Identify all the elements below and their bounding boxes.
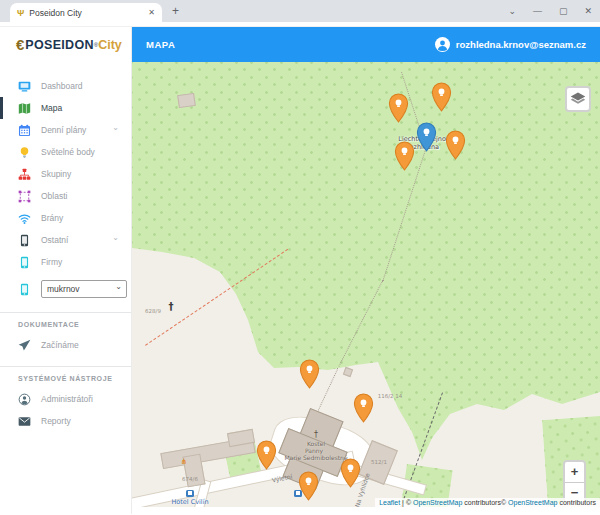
map-label-num: 512/1 xyxy=(371,459,387,465)
sidebar-divider xyxy=(0,366,131,367)
sidebar-divider xyxy=(0,312,131,313)
hotel-icon xyxy=(186,490,194,497)
monitor-icon xyxy=(18,80,31,93)
map-label-num: 628/9 xyxy=(145,308,161,314)
sidebar-item-label: Světelné body xyxy=(41,147,95,157)
tablet-icon xyxy=(18,256,31,269)
map-marker-light-point[interactable] xyxy=(445,130,466,160)
map-attribution: Leaflet | © OpenStreetMap contributors© … xyxy=(375,498,600,507)
company-select-row: mukrnov ⌄ xyxy=(0,276,131,302)
map-marker-light-point[interactable] xyxy=(256,440,277,470)
sidebar-item-administratori[interactable]: Administrátoři xyxy=(0,388,131,410)
topbar: MAPA rozhledna.krnov@seznam.cz xyxy=(132,27,600,62)
sidebar-item-denni-plany[interactable]: Denní plány⌄ xyxy=(0,119,131,141)
lightbulb-icon xyxy=(18,146,31,159)
sidebar-item-label: Brány xyxy=(41,213,63,223)
map-marker-light-point[interactable] xyxy=(299,359,320,389)
sidebar-item-mapa[interactable]: Mapa xyxy=(0,97,131,119)
browser-tab[interactable]: Ψ Poseidon City ✕ xyxy=(10,3,162,22)
sidebar-item-oblasti[interactable]: Oblasti xyxy=(0,185,131,207)
map-canvas[interactable]: Liechtenštejnovarozhledna†628/9116/2 14†… xyxy=(132,62,600,507)
logo-mark-icon: € xyxy=(16,36,24,53)
map-marker-light-point[interactable] xyxy=(298,471,319,501)
user-icon xyxy=(18,393,31,406)
sidebar-item-dashboard[interactable]: Dashboard xyxy=(0,75,131,97)
window-controls: ⌄ — ▢ ✕ xyxy=(508,0,592,22)
contributors-text: contributors xyxy=(557,499,596,506)
user-menu[interactable]: rozhledna.krnov@seznam.cz xyxy=(435,37,586,52)
envelope-icon xyxy=(18,415,31,428)
sidebar-item-ostatni[interactable]: Ostatní⌄ xyxy=(0,229,131,251)
map-marker-light-point[interactable] xyxy=(394,141,415,171)
osm-link[interactable]: OpenStreetMap xyxy=(413,499,462,506)
sidebar-item-reporty[interactable]: Reporty xyxy=(0,410,131,432)
tablet-icon xyxy=(18,283,31,296)
building xyxy=(343,367,353,377)
sidebar-item-label: Začínáme xyxy=(41,340,79,350)
sidebar-item-label: Skupiny xyxy=(41,169,71,179)
tab-search-icon[interactable]: ⌄ xyxy=(508,6,516,16)
map-marker-selected-point[interactable] xyxy=(416,122,437,152)
zoom-in-button[interactable]: + xyxy=(565,462,584,482)
sitemap-icon xyxy=(18,168,31,181)
map-label-num: 674/6 xyxy=(182,476,198,482)
map-marker-light-point[interactable] xyxy=(340,458,361,488)
building xyxy=(177,93,196,108)
maximize-icon[interactable]: ▢ xyxy=(559,6,568,16)
copyright-text: © xyxy=(406,499,413,506)
chevron-down-icon: ⌄ xyxy=(115,282,122,291)
minimize-icon[interactable]: — xyxy=(533,6,542,16)
map-label-poi-dark: Kostel xyxy=(307,439,325,446)
phone-icon xyxy=(18,234,31,247)
map-label-poi-dark: Panny xyxy=(305,446,323,453)
layers-icon xyxy=(569,90,587,108)
layers-control[interactable] xyxy=(565,86,591,112)
map-label-hotel: Hotel Cvilín xyxy=(171,498,208,506)
sidebar-item-label: Mapa xyxy=(41,103,62,113)
area-icon xyxy=(18,190,31,203)
tab-title: Poseidon City xyxy=(29,8,143,18)
map-label-num: 116/2 14 xyxy=(378,393,403,399)
map-label-cross: † xyxy=(169,300,174,311)
page-title: MAPA xyxy=(146,39,175,50)
sidebar-item-label: Oblasti xyxy=(41,191,67,201)
sidebar-item-label: Dashboard xyxy=(41,81,83,91)
sidebar-item-label: Firmy xyxy=(41,257,62,267)
map-marker-light-point[interactable] xyxy=(431,82,452,112)
new-tab-button[interactable]: + xyxy=(172,1,179,20)
section-title-dokumentace: DOKUMENTACE xyxy=(0,321,131,328)
window-close-icon[interactable]: ✕ xyxy=(584,6,592,16)
sidebar-item-svetelne-body[interactable]: Světelné body xyxy=(0,141,131,163)
sidebar-item-label: Ostatní xyxy=(41,235,68,245)
sidebar-item-zaciname[interactable]: Začínáme xyxy=(0,334,131,356)
map-marker-light-point[interactable] xyxy=(388,93,409,123)
browser-tab-bar: Ψ Poseidon City ✕ + ⌄ — ▢ ✕ xyxy=(0,0,600,22)
sidebar-item-label: Denní plány xyxy=(41,125,86,135)
avatar-icon xyxy=(435,37,450,52)
paper-plane-icon xyxy=(18,339,31,352)
window-bottom-edge xyxy=(132,507,600,514)
browser-window: Ψ Poseidon City ✕ + ⌄ — ▢ ✕ €POSEIDON®Ci… xyxy=(0,0,600,514)
contributors-text: contributors xyxy=(462,499,501,506)
osm-link[interactable]: OpenStreetMap xyxy=(508,499,557,506)
sidebar-item-firmy[interactable]: Firmy xyxy=(0,251,131,273)
sidebar-item-skupiny[interactable]: Skupiny xyxy=(0,163,131,185)
company-select[interactable]: mukrnov ⌄ xyxy=(41,280,127,298)
calendar-icon xyxy=(18,124,31,137)
copyright-text: © xyxy=(501,499,508,506)
sidebar-sections: DOKUMENTACEZačínámeSYSTÉMOVÉ NÁSTROJEAdm… xyxy=(0,312,131,432)
section-title-systemove-nastroje: SYSTÉMOVÉ NÁSTROJE xyxy=(0,375,131,382)
sidebar-item-brany[interactable]: Brány xyxy=(0,207,131,229)
chevron-down-icon: ⌄ xyxy=(112,233,119,242)
logo-brand-text: POSEIDON xyxy=(25,38,93,52)
leaflet-link[interactable]: Leaflet xyxy=(379,499,400,506)
app-logo[interactable]: €POSEIDON®City xyxy=(0,27,131,62)
map-label-poi-dark: Marie Sedmibolestné xyxy=(284,453,347,460)
tab-close-icon[interactable]: ✕ xyxy=(148,8,155,17)
footpath xyxy=(317,369,338,412)
user-email: rozhledna.krnov@seznam.cz xyxy=(456,39,586,50)
sidebar: €POSEIDON®City DashboardMapaDenní plány⌄… xyxy=(0,27,132,514)
map-icon xyxy=(18,102,31,115)
map-marker-light-point[interactable] xyxy=(353,393,374,423)
restaurant-icon: ⋔ xyxy=(181,456,187,465)
